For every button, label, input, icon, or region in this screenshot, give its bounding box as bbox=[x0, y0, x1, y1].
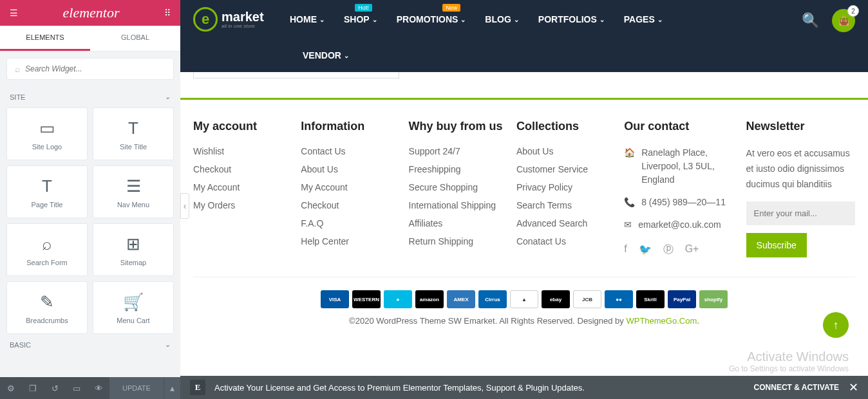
search-wrap: ⌕ bbox=[0, 51, 180, 86]
footer-link[interactable]: Support 24/7 bbox=[409, 146, 504, 156]
footer-col: CollectionsAbout UsCustomer ServicePriva… bbox=[516, 120, 611, 257]
footer-columns: My accountWishlistCheckoutMy AccountMy O… bbox=[180, 100, 868, 277]
scroll-to-top-button[interactable]: ↑ bbox=[823, 312, 849, 338]
nav-item-vendor[interactable]: VENDOR ⌄ bbox=[303, 50, 349, 60]
payment-card: ●● bbox=[605, 290, 633, 308]
payment-card: JCB bbox=[573, 290, 601, 308]
footer-col-newsletter: Newsletter At vero eos et accusamus et i… bbox=[746, 120, 855, 257]
mail-icon: ✉ bbox=[624, 218, 632, 232]
chevron-down-icon: ⌄ bbox=[319, 16, 325, 23]
preview-icon[interactable]: 👁 bbox=[88, 377, 109, 399]
logo-tagline: all in one store bbox=[222, 23, 264, 29]
category-basic[interactable]: BASIC ⌄ bbox=[0, 334, 180, 355]
widget-nav-menu[interactable]: ☰Nav Menu bbox=[93, 165, 174, 218]
history-icon[interactable]: ↺ bbox=[44, 377, 66, 399]
connect-activate-button[interactable]: CONNECT & ACTIVATE bbox=[754, 383, 839, 392]
search-input[interactable] bbox=[25, 64, 165, 73]
twitter-icon[interactable]: 🐦 bbox=[639, 243, 652, 257]
footer-link[interactable]: Wishlist bbox=[193, 146, 288, 156]
contact-phone: 8 (495) 989—20—11 bbox=[641, 196, 733, 209]
footer-link[interactable]: My Orders bbox=[193, 200, 288, 210]
chevron-down-icon: ⌄ bbox=[599, 16, 605, 23]
tab-global[interactable]: GLOBAL bbox=[90, 26, 180, 51]
widget-search-form[interactable]: ⌕Search Form bbox=[6, 223, 88, 276]
widget-site-title[interactable]: TSite Title bbox=[93, 107, 174, 160]
footer-link[interactable]: Help Center bbox=[301, 236, 395, 246]
home-icon: 🏠 bbox=[624, 146, 635, 187]
elementor-logo: elementor bbox=[63, 5, 120, 21]
footer-link[interactable]: Affiliates bbox=[409, 218, 504, 228]
preview-canvas: e market all in one store HOME⌄Hot!SHOP⌄… bbox=[180, 0, 868, 399]
google-plus-icon[interactable]: G+ bbox=[685, 243, 699, 257]
responsive-icon[interactable]: ▭ bbox=[66, 377, 88, 399]
widget-page-title[interactable]: TPage Title bbox=[6, 165, 88, 218]
footer-link[interactable]: Customer Service bbox=[516, 164, 611, 174]
nav-item-portfolios[interactable]: PORTFOLIOS⌄ bbox=[538, 14, 605, 24]
footer-link[interactable]: International Shipping bbox=[409, 200, 504, 210]
nav-label: SHOP bbox=[344, 14, 370, 24]
footer-link[interactable]: Checkout bbox=[193, 164, 288, 174]
footer-link[interactable]: Secure Shopping bbox=[409, 182, 504, 192]
site-logo[interactable]: e market all in one store bbox=[193, 0, 290, 39]
panel-collapse-handle[interactable]: ‹ bbox=[180, 193, 189, 219]
category-site[interactable]: SITE ⌄ bbox=[0, 86, 180, 107]
navigator-icon[interactable]: ❒ bbox=[22, 377, 44, 399]
widget-title: Site Title bbox=[97, 143, 170, 151]
close-icon[interactable]: ✕ bbox=[849, 380, 858, 394]
footer-heading: Information bbox=[301, 120, 395, 133]
nav-badge: New bbox=[442, 4, 460, 12]
cart-button[interactable]: 👜 2 bbox=[832, 9, 855, 32]
newsletter-input[interactable] bbox=[746, 201, 855, 225]
widget-icon: ✎ bbox=[10, 293, 84, 310]
nav-item-blog[interactable]: BLOG⌄ bbox=[485, 14, 518, 24]
footer-link[interactable]: Contact Us bbox=[301, 146, 395, 156]
phone-icon: 📞 bbox=[624, 196, 635, 209]
footer-link[interactable]: About Us bbox=[301, 164, 395, 174]
copyright-text: ©2020 WordPress Theme SW Emarket. All Ri… bbox=[349, 316, 626, 326]
logo-text: market bbox=[222, 10, 264, 23]
menu-icon[interactable]: ☰ bbox=[10, 8, 18, 18]
nav-item-promotions[interactable]: NewPROMOTIONS⌄ bbox=[397, 14, 466, 24]
footer-link[interactable]: About Us bbox=[516, 146, 611, 156]
footer-col: InformationContact UsAbout UsMy AccountC… bbox=[301, 120, 395, 257]
footer-link[interactable]: Privacy Policy bbox=[516, 182, 611, 192]
widget-menu-cart[interactable]: 🛒Menu Cart bbox=[93, 281, 174, 334]
nav-label: BLOG bbox=[485, 14, 511, 24]
nav-label: PAGES bbox=[624, 14, 655, 24]
copyright-link[interactable]: WPThemeGo.Com bbox=[626, 316, 697, 326]
widget-site-logo[interactable]: ▭Site Logo bbox=[6, 107, 88, 160]
footer-link[interactable]: Freeshipping bbox=[409, 164, 504, 174]
footer-link[interactable]: F.A.Q bbox=[301, 218, 395, 228]
footer-link[interactable]: Conatact Us bbox=[516, 236, 611, 246]
widget-breadcrumbs[interactable]: ✎Breadcrumbs bbox=[6, 281, 88, 334]
update-options-button[interactable]: ▴ bbox=[164, 377, 180, 399]
tab-elements[interactable]: ELEMENTS bbox=[0, 26, 90, 51]
license-notice-bar: E Activate Your License and Get Access t… bbox=[180, 376, 868, 399]
elementor-icon: E bbox=[190, 380, 205, 395]
search-icon: ⌕ bbox=[15, 64, 20, 74]
subscribe-button[interactable]: Subscribe bbox=[746, 233, 807, 257]
settings-icon[interactable]: ⚙ bbox=[0, 377, 22, 399]
search-icon[interactable]: 🔍 bbox=[802, 12, 819, 29]
nav-item-pages[interactable]: PAGES⌄ bbox=[624, 14, 663, 24]
nav-item-shop[interactable]: Hot!SHOP⌄ bbox=[344, 14, 377, 24]
widgets-grid-icon[interactable]: ⠿ bbox=[164, 8, 171, 18]
widget-sitemap[interactable]: ⊞Sitemap bbox=[93, 223, 174, 276]
widget-title: Page Title bbox=[10, 201, 84, 209]
payment-card: ebay bbox=[542, 290, 570, 308]
pinterest-icon[interactable]: ⓟ bbox=[663, 243, 674, 257]
update-button[interactable]: UPDATE bbox=[109, 377, 164, 399]
footer-link[interactable]: My Account bbox=[193, 182, 288, 192]
facebook-icon[interactable]: f bbox=[624, 243, 627, 257]
footer-link[interactable]: Search Terms bbox=[516, 200, 611, 210]
footer-heading: Our contact bbox=[624, 120, 733, 133]
nav-item-home[interactable]: HOME⌄ bbox=[290, 14, 325, 24]
chevron-down-icon: ⌄ bbox=[344, 52, 349, 59]
payment-card: ● bbox=[384, 290, 412, 308]
footer-link[interactable]: My Account bbox=[301, 182, 395, 192]
footer-link[interactable]: Checkout bbox=[301, 200, 395, 210]
footer-link[interactable]: Advanced Search bbox=[516, 218, 611, 228]
cart-count-badge: 2 bbox=[847, 5, 859, 17]
footer-col: My accountWishlistCheckoutMy AccountMy O… bbox=[193, 120, 288, 257]
footer-link[interactable]: Return Shipping bbox=[409, 236, 504, 246]
